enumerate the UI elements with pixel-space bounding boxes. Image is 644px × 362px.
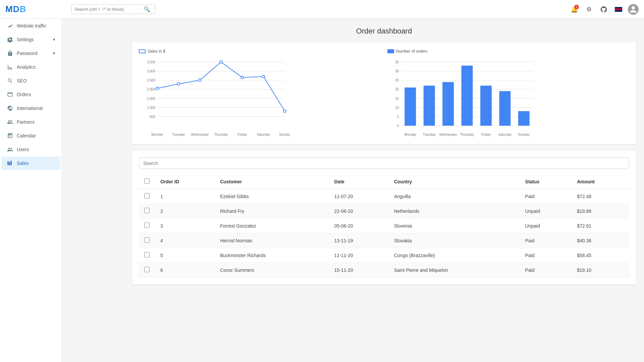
row-order-id: 3 [155,219,215,233]
topbar: MDB 🔍 🔔 1 ⚙ [0,0,644,19]
calendar-icon [7,132,13,139]
settings-icon[interactable]: ⚙ [584,4,594,15]
svg-text:Tuesday: Tuesday [172,133,185,136]
row-date: 11-07-20 [329,189,389,204]
flag-icon[interactable] [613,4,624,15]
svg-text:20: 20 [395,87,399,91]
row-date: 13-11-19 [329,233,389,248]
row-date: 22-06-20 [329,204,389,219]
sales-icon [7,160,13,167]
svg-rect-1 [9,162,10,165]
partners-icon [7,119,13,125]
charts-area: Sales in $ 5001,0001,5002,0002,5003,0003… [132,42,636,144]
table-row: 4Herrod Norman13-11-19SlovakiaPaid$40.36 [139,233,629,248]
bar-chart-legend: Number of orders [387,49,629,54]
col-header-3: Date [329,174,389,189]
col-header-5: Status [520,174,572,189]
svg-text:500: 500 [150,115,155,119]
row-status: Paid [520,263,572,278]
table-row: 3Forrest Gonzalez05-06-20SloveniaUnpaid$… [139,219,629,233]
svg-rect-57 [499,91,511,126]
row-checkbox-cell [139,189,155,204]
avatar[interactable] [628,4,639,15]
sidebar-item-label-settings: Settings [17,37,34,42]
row-checkbox[interactable] [144,193,150,198]
row-date: 11-11-20 [329,248,389,263]
table-row: 2Richard Fry22-06-20NetherlandsUnpaid$19… [139,204,629,219]
row-customer: Conor Summers [215,263,329,278]
svg-text:5: 5 [397,115,399,119]
svg-rect-47 [405,87,416,126]
svg-point-24 [156,87,159,90]
svg-text:30: 30 [395,69,399,73]
row-amount: $19.10 [572,263,629,278]
sidebar-item-label-international: International [17,106,43,111]
sidebar-item-label-calendar: Calendar [17,133,36,138]
notification-badge: 1 [574,5,579,9]
row-checkbox[interactable] [144,223,150,228]
sidebar: MDB Webiste trafficSettings▾Password▾Ana… [0,0,62,362]
svg-text:Saturday: Saturday [498,133,512,136]
orders-table-container: Order IDCustomerDateCountryStatusAmount … [132,151,636,284]
svg-text:Friday: Friday [237,133,247,136]
svg-text:Friday: Friday [481,133,491,136]
analytics-icon [7,64,13,70]
row-checkbox[interactable] [144,208,150,213]
svg-text:10: 10 [395,106,399,110]
row-checkbox-cell [139,248,155,263]
svg-point-30 [283,110,286,113]
row-country: Saint Pierre and Miquelon [389,263,520,278]
topbar-logo: MDB [5,4,67,14]
sidebar-item-calendar[interactable]: Calendar [1,129,60,142]
sidebar-item-website-traffic[interactable]: Webiste traffic [1,19,60,33]
svg-point-29 [262,75,265,78]
sidebar-item-analytics[interactable]: Analytics [1,60,60,74]
table-row: 6Conor Summers15-11-20Saint Pierre and M… [139,263,629,278]
col-header-6: Amount [572,174,629,189]
search-input[interactable] [74,7,142,12]
chevron-down-icon: ▾ [53,51,55,56]
sidebar-item-partners[interactable]: Partners [1,115,60,129]
sidebar-item-seo[interactable]: SEO [1,74,60,87]
logo: MDB [5,4,26,14]
svg-rect-49 [424,86,435,126]
svg-text:Monday: Monday [404,133,416,136]
row-checkbox-cell [139,219,155,233]
table-search-input[interactable] [139,158,629,169]
row-checkbox[interactable] [144,267,150,272]
github-icon[interactable] [598,4,609,15]
search-icon[interactable]: 🔍 [144,6,150,12]
row-checkbox[interactable] [144,252,150,257]
notification-icon[interactable]: 🔔 1 [569,4,580,15]
sidebar-item-password[interactable]: Password▾ [1,47,60,60]
row-status: Paid [520,189,572,204]
line-legend-box [139,49,146,53]
users-icon [7,146,13,153]
sidebar-item-label-partners: Partners [17,119,35,125]
row-checkbox[interactable] [144,237,150,243]
search-bar: 🔍 [71,4,155,14]
row-order-id: 1 [155,189,215,204]
sidebar-item-international[interactable]: International [1,102,60,115]
row-amount: $72.48 [572,189,629,204]
sidebar-item-users[interactable]: Users [1,143,60,156]
bar-chart-svg: 05101520253035MondayTuesdayWednesdayThur… [387,57,538,137]
svg-text:25: 25 [395,78,399,82]
select-all-checkbox[interactable] [144,178,150,184]
row-status: Unpaid [520,204,572,219]
svg-text:35: 35 [395,60,399,64]
settings-icon [7,36,13,43]
website-traffic-icon [7,22,13,29]
bar-legend-box [387,49,394,53]
seo-icon [7,77,13,84]
svg-text:Thursday: Thursday [214,133,228,136]
sidebar-item-settings[interactable]: Settings▾ [1,33,60,46]
row-customer: Herrod Norman [215,233,329,248]
row-country: Slovakia [389,233,520,248]
sidebar-item-orders[interactable]: Orders [1,88,60,101]
line-chart-wrapper: Sales in $ 5001,0001,5002,0002,5003,0003… [139,49,381,137]
sidebar-item-sales[interactable]: Sales [1,157,60,170]
row-date: 15-11-20 [329,263,389,278]
table-row: 5Buckminster Richards11-11-20Congo (Braz… [139,248,629,263]
svg-rect-53 [462,66,473,126]
